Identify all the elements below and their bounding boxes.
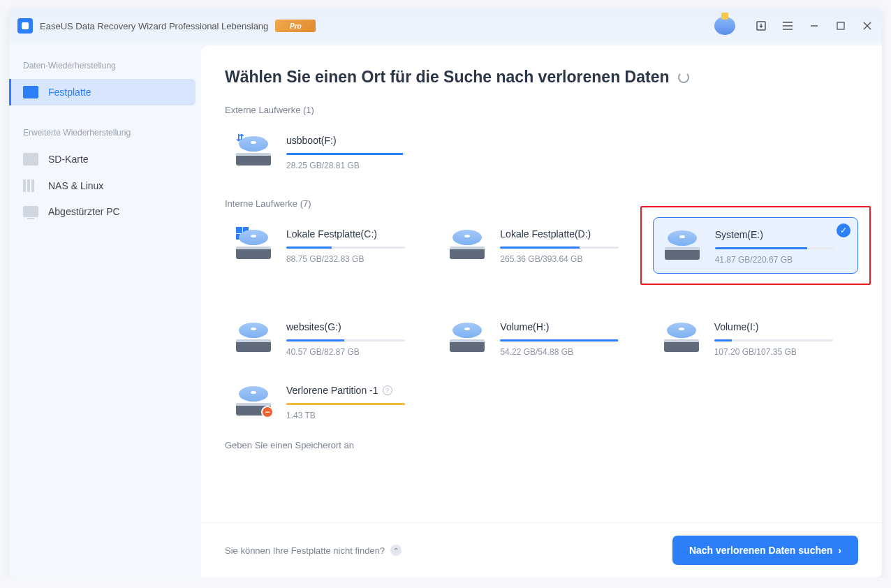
chevron-up-icon: ⌃ [390, 545, 402, 556]
sidebar-item-label: Abgestürzter PC [48, 206, 120, 217]
drive-local-d[interactable]: Lokale Festplatte(D:) 265.36 GB/393.64 G… [439, 217, 644, 272]
page-title: Wählen Sie einen Ort für die Suche nach … [225, 68, 858, 87]
drive-name: Volume(I:) [714, 321, 851, 332]
drive-name: Volume(H:) [500, 321, 637, 332]
sidebar-heading-advanced: Erweiterte Wiederherstellung [9, 122, 201, 146]
harddrive-icon [23, 86, 38, 98]
specify-location-label: Geben Sie einen Speicherort an [225, 440, 858, 450]
drive-size: 41.87 GB/220.67 GB [715, 255, 850, 265]
drive-size: 265.36 GB/393.64 GB [500, 254, 637, 264]
drive-name: Lokale Festplatte(D:) [500, 228, 637, 240]
system-drive-icon [232, 226, 275, 260]
drive-usbboot-f[interactable]: ⇵ usbboot(F:) 28.25 GB/28.81 GB [225, 124, 434, 179]
refresh-icon[interactable] [678, 72, 689, 83]
sidebar-item-festplatte[interactable]: Festplatte [9, 79, 196, 105]
drive-size: 40.57 GB/82.87 GB [286, 347, 423, 357]
footer-bar: Sie können Ihre Festplatte nicht finden?… [201, 522, 882, 578]
drive-volume-h[interactable]: Volume(H:) 54.22 GB/54.88 GB [439, 310, 644, 365]
crashedpc-icon [23, 206, 38, 217]
drive-icon [661, 226, 704, 261]
drive-icon [446, 226, 489, 260]
lost-partition-icon: − [232, 382, 275, 417]
svg-rect-5 [837, 22, 844, 29]
drive-icon [660, 318, 703, 353]
help-icon[interactable]: ? [383, 385, 392, 395]
close-icon[interactable] [861, 20, 874, 32]
app-window: EaseUS Data Recovery Wizard Professional… [9, 9, 882, 578]
download-icon[interactable] [755, 20, 767, 32]
external-drives-label: Externe Laufwerke (1) [225, 105, 858, 115]
drive-volume-i[interactable]: Volume(I:) 107.20 GB/107.35 GB [653, 310, 858, 365]
sidebar-item-crashed-pc[interactable]: Abgestürzter PC [9, 199, 196, 224]
drive-name: usbboot(F:) [286, 135, 427, 146]
nas-icon [23, 179, 38, 192]
sdcard-icon [23, 153, 38, 166]
highlight-annotation: System(E:) 41.87 GB/220.67 GB ✓ [640, 206, 871, 285]
drive-size: 88.75 GB/232.83 GB [286, 254, 423, 264]
drive-lost-partition[interactable]: − Verlorene Partition -1 ? 1.43 TB [225, 374, 430, 429]
drive-size: 54.22 GB/54.88 GB [500, 347, 637, 357]
sidebar: Daten-Wiederherstellung Festplatte Erwei… [9, 43, 201, 578]
drive-name: Lokale Festplatte(C:) [286, 228, 423, 240]
maximize-icon[interactable] [834, 20, 847, 32]
drive-size: 107.20 GB/107.35 GB [714, 347, 851, 357]
sidebar-item-label: NAS & Linux [48, 180, 103, 191]
main-panel: Wählen Sie einen Ort für die Suche nach … [201, 45, 882, 578]
sidebar-item-label: Festplatte [48, 87, 91, 98]
drive-icon [446, 318, 489, 353]
app-logo-icon [17, 18, 33, 34]
drive-system-e[interactable]: System(E:) 41.87 GB/220.67 GB ✓ [653, 217, 858, 274]
app-title: EaseUS Data Recovery Wizard Professional… [40, 21, 268, 31]
selected-check-icon: ✓ [837, 223, 850, 237]
drive-size: 1.43 TB [286, 411, 423, 420]
sidebar-heading-recovery: Daten-Wiederherstellung [9, 55, 201, 79]
chevron-right-icon: › [838, 545, 841, 556]
sidebar-item-sdcard[interactable]: SD-Karte [9, 146, 196, 172]
drive-icon [232, 318, 275, 353]
drive-size: 28.25 GB/28.81 GB [286, 161, 427, 170]
drive-local-c[interactable]: Lokale Festplatte(C:) 88.75 GB/232.83 GB [225, 217, 430, 272]
drive-name: Verlorene Partition -1 [286, 385, 378, 396]
cant-find-disk-link[interactable]: Sie können Ihre Festplatte nicht finden?… [225, 545, 402, 556]
titlebar: EaseUS Data Recovery Wizard Professional… [9, 9, 882, 43]
sidebar-item-nas[interactable]: NAS & Linux [9, 172, 196, 199]
user-avatar-icon[interactable] [714, 17, 735, 35]
sidebar-item-label: SD-Karte [48, 154, 89, 165]
drive-name: websites(G:) [286, 321, 423, 332]
menu-icon[interactable] [781, 20, 794, 32]
usb-drive-icon: ⇵ [232, 132, 275, 167]
drive-name: System(E:) [715, 229, 850, 240]
drive-websites-g[interactable]: websites(G:) 40.57 GB/82.87 GB [225, 310, 430, 365]
minimize-icon[interactable] [808, 20, 820, 32]
scan-button[interactable]: Nach verlorenen Daten suchen › [672, 536, 858, 565]
pro-badge: Pro [275, 20, 316, 32]
